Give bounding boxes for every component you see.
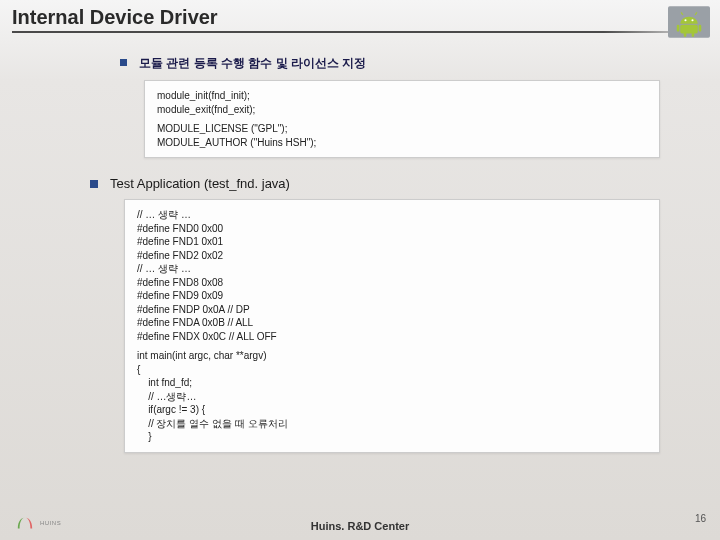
- logo-mark-icon: [14, 514, 36, 532]
- title-bar: Internal Device Driver: [0, 0, 720, 35]
- title-underline: [12, 31, 708, 33]
- svg-rect-5: [680, 25, 698, 34]
- logo-text: HUINS: [40, 520, 61, 526]
- bullet-square-icon: [90, 180, 98, 188]
- bullet-module: 모듈 관련 등록 수행 함수 및 라이선스 지정: [120, 55, 680, 72]
- bullet-module-text: 모듈 관련 등록 수행 함수 및 라이선스 지정: [139, 55, 366, 72]
- page-title: Internal Device Driver: [12, 6, 708, 29]
- svg-point-1: [684, 19, 686, 21]
- svg-rect-7: [699, 25, 702, 32]
- code-module-init: module_init(fnd_init); module_exit(fnd_e…: [157, 89, 647, 116]
- code-main: int main(int argc, char **argv) { int fn…: [137, 349, 647, 444]
- page-number: 16: [695, 513, 706, 524]
- svg-rect-9: [692, 33, 695, 37]
- code-box-testapp: // … 생략 … #define FND0 0x00 #define FND1…: [124, 199, 660, 453]
- svg-rect-6: [677, 25, 680, 32]
- bullet-testapp: Test Application (test_fnd. java): [90, 176, 680, 191]
- footer-text: Huins. R&D Center: [0, 520, 720, 532]
- content-area: 모듈 관련 등록 수행 함수 및 라이선스 지정 module_init(fnd…: [0, 35, 720, 453]
- slide: Internal Device Driver 모듈 관련 등록 수행 함수 및 …: [0, 0, 720, 540]
- huins-logo: HUINS: [14, 514, 61, 532]
- svg-point-2: [691, 19, 693, 21]
- bullet-square-icon: [120, 59, 127, 66]
- code-module-license: MODULE_LICENSE ("GPL"); MODULE_AUTHOR ("…: [157, 122, 647, 149]
- android-icon: [668, 6, 710, 38]
- bullet-testapp-text: Test Application (test_fnd. java): [110, 176, 290, 191]
- code-defines: // … 생략 … #define FND0 0x00 #define FND1…: [137, 208, 647, 343]
- code-box-module: module_init(fnd_init); module_exit(fnd_e…: [144, 80, 660, 158]
- svg-rect-8: [684, 33, 687, 37]
